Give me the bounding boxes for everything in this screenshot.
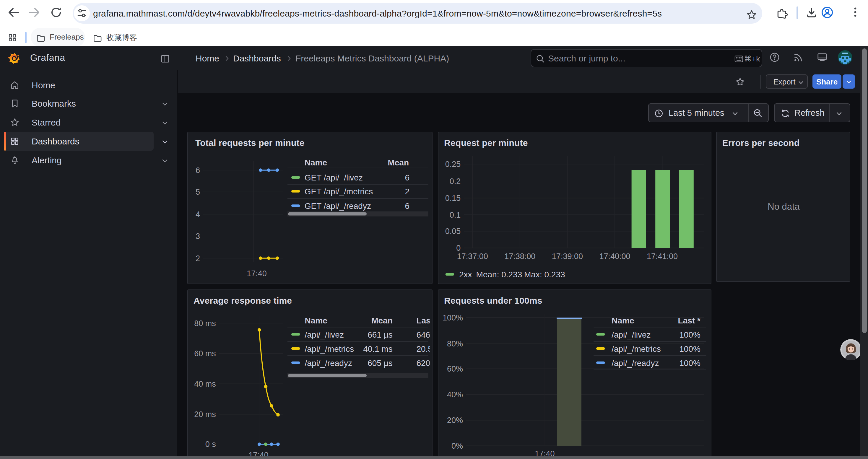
svg-text:/api/_/livez: /api/_/livez	[305, 330, 344, 339]
svg-text:40%: 40%	[447, 390, 463, 399]
svg-text:17:40:00: 17:40:00	[599, 252, 630, 261]
svg-text:4: 4	[195, 210, 200, 219]
svg-text:20 ms: 20 ms	[194, 410, 216, 419]
svg-text:646: 646	[416, 330, 429, 339]
svg-text:80%: 80%	[447, 339, 463, 348]
svg-text:/api/_/readyz: /api/_/readyz	[305, 359, 352, 368]
svg-text:17:39:00: 17:39:00	[552, 252, 583, 261]
svg-text:2xx: 2xx	[459, 270, 472, 279]
svg-text:6: 6	[404, 173, 409, 182]
svg-text:2: 2	[404, 187, 409, 196]
svg-text:6: 6	[195, 166, 200, 175]
svg-text:40 ms: 40 ms	[194, 380, 216, 388]
svg-text:17:41:00: 17:41:00	[647, 252, 678, 261]
svg-text:17:40: 17:40	[246, 269, 267, 278]
svg-text:40.1 ms: 40.1 ms	[363, 345, 392, 354]
svg-text:100%: 100%	[442, 314, 463, 322]
svg-text:0 s: 0 s	[205, 440, 216, 449]
svg-text:3: 3	[195, 232, 200, 241]
svg-text:GET /api/_/livez: GET /api/_/livez	[304, 173, 363, 182]
svg-text:GET /api/_/readyz: GET /api/_/readyz	[304, 201, 371, 210]
svg-text:620: 620	[416, 359, 429, 368]
svg-text:20.5 m: 20.5 m	[416, 345, 429, 354]
svg-text:661 µs: 661 µs	[367, 330, 392, 339]
svg-text:0%: 0%	[452, 441, 463, 451]
svg-text:/api/_/metrics: /api/_/metrics	[612, 345, 661, 354]
svg-text:605 µs: 605 µs	[367, 359, 392, 368]
svg-text:GET /api/_/metrics: GET /api/_/metrics	[304, 187, 373, 196]
svg-text:Last: Last	[416, 316, 429, 325]
svg-text:Name: Name	[612, 316, 634, 325]
svg-text:Mean: Mean	[371, 316, 392, 325]
svg-text:Mean: Mean	[387, 158, 409, 167]
svg-text:6: 6	[404, 201, 409, 210]
svg-text:0.2: 0.2	[450, 177, 461, 186]
svg-text:Last *: Last *	[678, 316, 701, 325]
svg-text:0.25: 0.25	[445, 160, 461, 169]
svg-text:100%: 100%	[679, 330, 701, 339]
svg-text:100%: 100%	[679, 359, 701, 368]
svg-text:80 ms: 80 ms	[194, 319, 216, 328]
svg-text:/api/_/livez: /api/_/livez	[612, 330, 651, 339]
svg-text:0.05: 0.05	[445, 227, 461, 236]
svg-text:Name: Name	[304, 158, 327, 167]
svg-text:100%: 100%	[679, 345, 701, 354]
svg-text:60 ms: 60 ms	[194, 349, 216, 358]
svg-text:60%: 60%	[447, 364, 463, 373]
svg-text:/api/_/readyz: /api/_/readyz	[612, 359, 659, 368]
svg-text:2: 2	[195, 254, 200, 263]
svg-text:0: 0	[456, 244, 461, 253]
svg-text:Name: Name	[305, 316, 327, 325]
svg-text:17:38:00: 17:38:00	[504, 252, 535, 261]
svg-text:Mean: 0.233: Mean: 0.233	[476, 270, 522, 279]
svg-text:Max: 0.233: Max: 0.233	[524, 270, 565, 279]
svg-text:0.15: 0.15	[445, 194, 461, 203]
svg-text:5: 5	[195, 188, 200, 196]
svg-text:/api/_/metrics: /api/_/metrics	[305, 345, 354, 354]
svg-text:20%: 20%	[447, 416, 463, 425]
svg-text:0.1: 0.1	[450, 210, 461, 220]
svg-text:17:37:00: 17:37:00	[457, 252, 488, 261]
